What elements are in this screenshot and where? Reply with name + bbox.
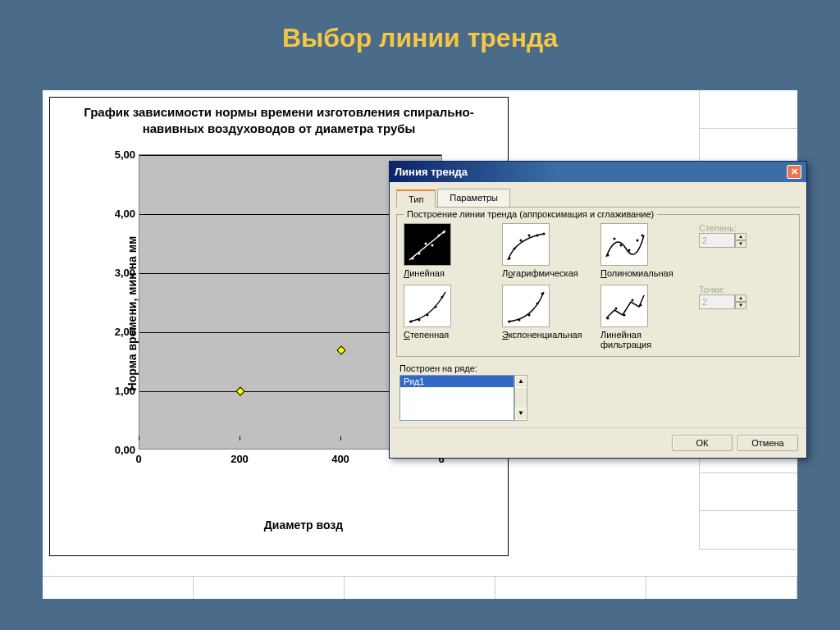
svg-point-8 xyxy=(514,248,516,250)
svg-point-24 xyxy=(509,321,511,323)
dialog-title: Линия тренда xyxy=(395,166,468,178)
svg-point-19 xyxy=(410,321,413,323)
y-tick: 1,00 xyxy=(99,384,135,396)
points-input xyxy=(699,294,735,309)
svg-point-29 xyxy=(607,317,609,320)
svg-point-13 xyxy=(607,254,609,257)
series-label: Построен на ряде: xyxy=(399,363,797,373)
svg-point-14 xyxy=(614,238,616,240)
svg-point-6 xyxy=(443,231,445,234)
trend-exp-label: Экспоненциальная xyxy=(502,330,582,340)
svg-point-31 xyxy=(623,314,626,317)
slide-title: Выбор линии тренда xyxy=(0,0,840,68)
degree-input xyxy=(699,233,735,248)
svg-point-16 xyxy=(628,249,631,252)
svg-point-9 xyxy=(520,240,523,242)
tab-params[interactable]: Параметры xyxy=(437,189,510,207)
svg-point-20 xyxy=(418,319,421,322)
svg-point-18 xyxy=(641,235,644,237)
trend-power-label: Степенная xyxy=(404,330,449,340)
close-icon[interactable]: ✕ xyxy=(787,165,801,179)
spin-down-icon: ▼ xyxy=(735,302,746,309)
trend-power-icon[interactable] xyxy=(404,285,451,327)
y-axis-label: Норма времени, мин на мм xyxy=(126,235,139,390)
svg-point-5 xyxy=(438,235,441,237)
x-tick: 400 xyxy=(331,453,349,465)
cancel-button[interactable]: Отмена xyxy=(737,435,798,451)
svg-point-11 xyxy=(536,235,539,237)
trend-type-group: Построение линии тренда (аппроксимация и… xyxy=(396,214,800,357)
svg-point-4 xyxy=(431,244,434,247)
trend-log-icon[interactable] xyxy=(502,223,550,266)
trend-moving-label: Линейная фильтрация xyxy=(600,330,651,349)
tab-row: Тип Параметры xyxy=(396,189,800,208)
data-point[interactable] xyxy=(235,386,244,395)
svg-point-1 xyxy=(412,258,414,260)
svg-point-22 xyxy=(435,306,437,308)
spin-down-icon: ▼ xyxy=(735,240,746,248)
chart-title: График зависимости нормы времени изготов… xyxy=(50,98,508,141)
trend-poly-icon[interactable] xyxy=(600,223,648,266)
spin-up-icon: ▲ xyxy=(735,294,746,302)
svg-point-28 xyxy=(541,293,544,295)
svg-point-17 xyxy=(637,240,639,242)
y-tick: 2,00 xyxy=(99,325,135,337)
series-listbox[interactable]: Ряд1 xyxy=(399,375,514,421)
trend-linear-label: Линейная xyxy=(404,268,445,278)
svg-point-7 xyxy=(509,258,511,260)
tab-type[interactable]: Тип xyxy=(396,189,436,208)
y-tick: 4,00 xyxy=(99,207,135,219)
svg-point-15 xyxy=(620,244,623,247)
scroll-up-icon[interactable]: ▲ xyxy=(515,376,527,388)
dialog-titlebar[interactable]: Линия тренда ✕ xyxy=(390,162,806,182)
svg-point-2 xyxy=(418,253,421,255)
trend-linear-icon[interactable] xyxy=(404,223,451,266)
scrollbar[interactable]: ▲ ▼ xyxy=(514,375,527,421)
x-tick: 0 xyxy=(135,453,141,465)
degree-label: Степень: xyxy=(699,223,758,233)
svg-point-25 xyxy=(518,319,521,322)
data-point[interactable] xyxy=(336,345,345,354)
svg-point-26 xyxy=(528,314,531,317)
group-label: Построение линии тренда (аппроксимация и… xyxy=(404,209,657,219)
series-item[interactable]: Ряд1 xyxy=(400,376,514,387)
svg-point-10 xyxy=(528,235,531,237)
svg-point-32 xyxy=(632,299,634,302)
trendline-dialog: Линия тренда ✕ Тип Параметры Построение … xyxy=(389,161,807,459)
x-tick: 200 xyxy=(231,453,249,465)
scroll-down-icon[interactable]: ▼ xyxy=(515,408,527,420)
svg-point-3 xyxy=(425,243,427,245)
y-tick: 3,00 xyxy=(99,266,135,278)
trend-log-label: Логарифмическая xyxy=(502,268,578,278)
trend-poly-label: Полиномиальная xyxy=(600,268,673,278)
svg-point-33 xyxy=(640,304,642,307)
spin-up-icon: ▲ xyxy=(735,233,746,240)
svg-line-0 xyxy=(409,231,445,260)
svg-point-30 xyxy=(615,308,618,310)
trend-exp-icon[interactable] xyxy=(502,285,550,327)
ok-button[interactable]: ОК xyxy=(672,435,733,451)
y-tick: 0,00 xyxy=(99,443,135,455)
svg-point-12 xyxy=(543,233,546,235)
spreadsheet-row xyxy=(43,576,797,599)
x-axis-label: Диаметр возд xyxy=(50,518,508,532)
y-tick: 5,00 xyxy=(99,148,135,160)
points-label: Точки: xyxy=(699,285,758,294)
svg-point-27 xyxy=(536,303,539,305)
svg-point-23 xyxy=(441,296,444,299)
svg-point-21 xyxy=(427,314,429,317)
trend-moving-icon[interactable] xyxy=(600,285,648,327)
